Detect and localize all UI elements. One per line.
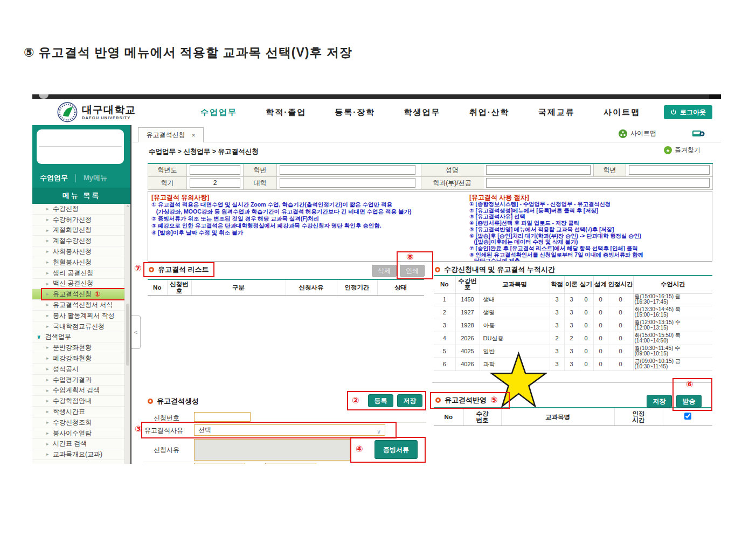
save-button-apply[interactable]: 저장: [647, 395, 672, 408]
sidebar-item-domestic-credit[interactable]: ▸국내학점교류신청: [32, 321, 130, 332]
sidebar-item-blood-donation[interactable]: ▸헌혈봉사신청: [32, 257, 130, 268]
arrow-icon: ▸: [46, 388, 49, 393]
sidebar-item-class-division[interactable]: ▸분반강좌현황: [32, 342, 130, 353]
form-divider: [143, 422, 426, 423]
sidebar-item-closed-courses[interactable]: ▸폐강강좌현황: [32, 353, 130, 364]
sidebar-item-course-overview[interactable]: ▸교과목개요(교과): [32, 449, 130, 460]
sidebar-collapse-button[interactable]: <: [131, 315, 141, 349]
sidebar-item-credit-guide[interactable]: ▸수강학점안내: [32, 396, 130, 407]
period-start-input[interactable]: [194, 463, 245, 464]
notice-procedure: [유고결석 사용 절차] ① [종합정보시스템] - 수업업무 - 신청업무 -…: [469, 194, 711, 262]
menu-list-header: 메뉴 목록: [32, 188, 130, 204]
profile-divider: [39, 146, 122, 147]
scroll-up-icon[interactable]: ^: [125, 204, 130, 211]
scrollbar-thumb[interactable]: [126, 304, 129, 366]
arrow-icon: ▸: [46, 291, 49, 297]
college-input[interactable]: [280, 178, 415, 188]
sidebar-item-label: 봉사 활동계획서 작성: [53, 311, 115, 320]
sidebar-item-syllabus-search[interactable]: ▸수업계획서 검색: [32, 386, 130, 396]
label-name: 성명: [421, 163, 483, 176]
nav-international[interactable]: 국제교류: [538, 107, 575, 118]
delete-button[interactable]: 삭제: [372, 265, 397, 277]
tab-close-icon[interactable]: ×: [191, 132, 195, 139]
notice-line: (가상강좌, MOOC강좌 등 원격수업과 학습기간이 유고결석 허용기간보다 …: [151, 208, 461, 215]
sidebar-item-timetable-search[interactable]: ▸시간표 검색: [32, 439, 130, 450]
sidebar-item-label: 수강신청: [53, 204, 79, 214]
sidebar-item-label: 봉사이수열람: [53, 429, 92, 438]
favorites-link[interactable]: ★ 즐겨찾기: [664, 146, 700, 155]
apply-no-input[interactable]: [194, 412, 251, 422]
sidebar-item-vaccine-absence[interactable]: ▸백신 공결신청: [32, 279, 130, 290]
sidebar-item-class-eval[interactable]: ▸수업평가결과: [32, 375, 130, 386]
reason-textarea[interactable]: [194, 439, 350, 461]
sidebar-tabs: 수업업무 My메뉴: [32, 168, 130, 188]
register-button[interactable]: 등록: [368, 394, 393, 407]
sidebar-section-search-work[interactable]: ∨검색업무: [32, 332, 130, 343]
arrow-icon: ▸: [46, 259, 49, 265]
department-input[interactable]: [486, 178, 710, 188]
sidebar-item-menstrual-absence[interactable]: ▸생리 공결신청: [32, 268, 130, 279]
reason-select[interactable]: 선택 ∨: [194, 424, 385, 436]
table-row: 11450생태33000월(15:00~16:15) 월(16:30~17:45…: [434, 293, 712, 306]
sidebar-item-seasonal-course[interactable]: ▸계절수강신청: [32, 236, 130, 246]
sidebar-item-service-record[interactable]: ▸봉사이수열람: [32, 428, 130, 439]
sidebar-item-service-plan[interactable]: ▸봉사 활동계획서 작성: [32, 311, 130, 321]
notice-line: ⑥ [발송]후 [승인]처리 대기(학과(부)장 승인) -> 단과대학 행정실…: [469, 233, 711, 239]
select-all-checkbox[interactable]: [684, 413, 691, 420]
nav-records-graduation[interactable]: 학적·졸업: [266, 107, 306, 118]
sidebar-tab-class-work[interactable]: 수업업무: [32, 173, 75, 183]
label-department: 학과(부)/전공: [421, 176, 483, 189]
sidebar-item-label: 사회봉사신청: [53, 247, 92, 256]
logout-button[interactable]: 로그아웃: [664, 105, 712, 119]
save-button-create[interactable]: 저장: [397, 394, 422, 407]
sidebar-item-course-apply[interactable]: ▸수강신청: [32, 204, 130, 215]
nav-class-work[interactable]: 수업업무: [200, 107, 237, 118]
university-logo[interactable]: 대구대학교 DAEGU UNIVERSITY: [57, 102, 165, 122]
semester-input[interactable]: 2: [190, 178, 240, 188]
sidebar-item-course-permission[interactable]: ▸수강허가신청: [32, 215, 130, 225]
sitemap-link[interactable]: 사이트맵: [619, 129, 656, 138]
sidebar: 수업업무 My메뉴 메뉴 목록 ▸수강신청 ▸수강허가신청 ▸계절희망신청 ▸계…: [32, 125, 131, 464]
reason-select-value: 선택: [198, 426, 211, 434]
right-section-divider: [432, 382, 712, 383]
sidebar-item-student-timetable[interactable]: ▸학생시간표: [32, 407, 130, 417]
sidebar-item-social-service[interactable]: ▸사회봉사신청: [32, 246, 130, 257]
courses-title: 수강신청내역 및 유고결석 누적시간: [435, 265, 555, 275]
nav-registration-scholarship[interactable]: 등록·장학: [335, 107, 375, 118]
sidebar-item-grade-posting[interactable]: ▸성적공시: [32, 364, 130, 375]
annotation-2: ②: [352, 396, 359, 405]
name-input[interactable]: [486, 165, 591, 175]
student-id-input[interactable]: [280, 165, 415, 175]
nav-student-affairs[interactable]: 학생업무: [404, 107, 440, 118]
create-section-title-label: 유고결석생성: [157, 396, 199, 406]
nav-career-industry[interactable]: 취업·산학: [469, 107, 510, 118]
grade-input[interactable]: [629, 165, 710, 175]
menu-list: ▸수강신청 ▸수강허가신청 ▸계절희망신청 ▸계절수강신청 ▸사회봉사신청 ▸헌…: [32, 204, 130, 464]
col-theory: 이론: [564, 276, 579, 293]
sidebar-item-yugo-absence-form[interactable]: ▸유고결석신청서 서식: [32, 300, 130, 311]
favorite-star-icon: ★: [664, 146, 672, 154]
label-semester: 학기: [148, 176, 187, 189]
sidebar-scrollbar[interactable]: ^: [124, 204, 130, 464]
close-all-tabs-icon[interactable]: [692, 129, 705, 138]
sidebar-item-enrollment-lookup[interactable]: ▸수강신청조회: [32, 417, 130, 428]
sidebar-item-yugo-absence-apply[interactable]: ▸유고결석신청①: [32, 289, 130, 300]
sitemap-icon: [619, 129, 627, 138]
label-student-id: 학번: [244, 163, 277, 176]
col-credit: 학점: [550, 276, 564, 293]
sidebar-item-seasonal-hope[interactable]: ▸계절희망신청: [32, 225, 130, 236]
period-end-input[interactable]: [265, 463, 316, 464]
apply-table: No 수강번호 교과목명 인정시간: [434, 407, 712, 426]
nav-sitemap[interactable]: 사이트맵: [604, 107, 640, 118]
print-button[interactable]: 인쇄: [400, 265, 425, 277]
col-category: 구분: [191, 279, 286, 296]
tab-yugo-absence[interactable]: 유고결석신청 ×: [138, 127, 204, 142]
year-input[interactable]: [190, 165, 240, 175]
notice-line: ② 증빙서류가 위조 또는 변조된 것일 경우 해당 교과목 실격(F)처리: [151, 215, 461, 222]
sidebar-tab-mymenu[interactable]: My메뉴: [76, 173, 115, 183]
send-button[interactable]: 발송: [676, 395, 702, 408]
power-icon: [670, 109, 677, 115]
attach-document-button[interactable]: 증빙서류: [374, 440, 418, 459]
notice-line: ④ [발송]이후 날짜 수정 및 취소 불가: [151, 229, 461, 236]
apply-section-title-label: 유고결석반영: [445, 395, 487, 405]
